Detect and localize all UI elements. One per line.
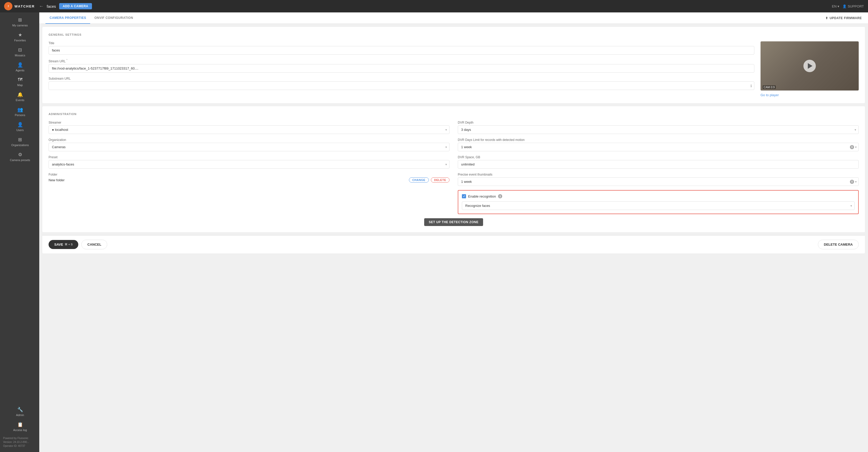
dvr-depth-select[interactable]: 3 days 1 day 1 week (458, 125, 859, 134)
administration-section: ADMINISTRATION Streamer ● localhost DVR … (42, 106, 865, 232)
sidebar-item-label: Users (16, 129, 24, 132)
precise-thumbnails-icons: ℹ ▾ (850, 180, 857, 184)
tab-camera-properties[interactable]: CAMERA PROPERTIES (45, 12, 90, 24)
dvr-depth-group: DVR Depth 3 days 1 day 1 week (458, 121, 859, 134)
recognition-box: Enable recognition ℹ Recognize faces Rec… (458, 190, 859, 214)
recognition-info-icon[interactable]: ℹ (498, 194, 502, 198)
map-icon: 🗺 (18, 77, 23, 83)
admin-grid: Streamer ● localhost DVR Depth 3 days 1 … (49, 121, 859, 214)
play-button[interactable] (803, 60, 816, 72)
change-folder-button[interactable]: CHANGE (409, 177, 429, 182)
logo-text: WATCHER (14, 4, 35, 8)
cancel-button[interactable]: CANCEL (82, 240, 107, 249)
precise-thumbnails-select[interactable]: 1 week 3 days 2 weeks (458, 177, 859, 186)
precise-thumbnails-label: Precise event thumbnails (458, 173, 859, 176)
detection-zone-container: SET UP THE DETECTION ZONE (49, 218, 859, 226)
persons-icon: 👥 (17, 107, 23, 112)
sidebar-item-label: Organizations (11, 143, 29, 147)
support-link[interactable]: 👤 SUPPORT (842, 4, 864, 8)
delete-camera-button[interactable]: DELETE CAMERA (818, 240, 859, 249)
general-settings-left: Title Stream URL * Substream URL (49, 41, 754, 97)
events-icon: 🔔 (17, 92, 23, 97)
sidebar-item-label: My cameras (12, 24, 28, 27)
save-button[interactable]: SAVE ⌘ + S (49, 240, 78, 249)
preset-select[interactable]: analytics-faces default (49, 160, 450, 169)
folder-row: New folder CHANGE DELETE (49, 177, 450, 182)
dvr-depth-label: DVR Depth (458, 121, 859, 124)
sidebar-item-label: Camera presets (10, 159, 30, 162)
general-settings-section: GENERAL SETTINGS Title Stream URL * (42, 27, 865, 103)
substream-info-icon[interactable]: ℹ (750, 84, 752, 88)
sidebar-item-events[interactable]: 🔔 Events (0, 89, 39, 104)
sidebar-item-agents[interactable]: 👤 Agents (0, 59, 39, 75)
organization-select[interactable]: Cameras Default (49, 143, 450, 151)
sidebar-item-users[interactable]: 👤 Users (0, 119, 39, 134)
sidebar-item-label: Favorites (14, 39, 26, 42)
tab-actions: ⬆ UPDATE FIRMWARE (826, 16, 862, 20)
update-firmware-button[interactable]: ⬆ UPDATE FIRMWARE (826, 16, 862, 20)
sidebar-item-camera-presets[interactable]: ⚙ Camera presets (0, 149, 39, 164)
save-shortcut: ⌘ + S (65, 243, 72, 246)
sidebar-item-persons[interactable]: 👥 Persons (0, 104, 39, 119)
agents-icon: 👤 (17, 62, 23, 68)
substream-url-input-wrap: ℹ (49, 81, 754, 90)
detection-zone-button[interactable]: SET UP THE DETECTION ZONE (424, 218, 483, 226)
precise-thumbnails-info-icon[interactable]: ℹ (850, 180, 854, 184)
recognize-faces-select-wrap: Recognize faces Recognize objects (462, 201, 855, 210)
sidebar-item-label: Agents (16, 69, 24, 72)
sidebar-item-access-log[interactable]: 📋 Access log (0, 419, 39, 434)
topnav-right: EN ▾ 👤 SUPPORT (832, 4, 864, 8)
users-icon: 👤 (17, 122, 23, 128)
dvr-space-input[interactable] (458, 160, 859, 169)
dvr-days-info-icon[interactable]: ℹ (850, 145, 854, 149)
enable-recognition-label: Enable recognition (468, 194, 496, 198)
streamer-select[interactable]: ● localhost (49, 125, 450, 134)
main-layout: ⊞ My cameras ★ Favorites ⊟ Mosaics 👤 Age… (0, 12, 868, 452)
sidebar-item-mosaics[interactable]: ⊟ Mosaics (0, 45, 39, 59)
general-settings-title: GENERAL SETTINGS (49, 33, 859, 36)
sidebar-item-map[interactable]: 🗺 Map (0, 75, 39, 89)
go-to-player-link[interactable]: Go to player (761, 93, 859, 97)
mosaics-icon: ⊟ (18, 47, 22, 53)
stream-url-input[interactable] (49, 64, 754, 73)
organization-label: Organization (49, 138, 450, 142)
sidebar-item-my-cameras[interactable]: ⊞ My cameras (0, 15, 39, 29)
cam-label: CAM 0:9 (763, 85, 776, 89)
logo-icon: f (4, 2, 12, 10)
enable-recognition-checkbox[interactable] (462, 194, 466, 198)
administration-title: ADMINISTRATION (49, 112, 859, 116)
streamer-group: Streamer ● localhost (49, 121, 450, 134)
dvr-space-label: DVR Space, GB (458, 156, 859, 159)
dvr-days-limit-select[interactable]: 1 week 3 days 2 weeks (458, 143, 859, 151)
title-label: Title (49, 41, 754, 45)
precise-thumbnails-group: Precise event thumbnails 1 week 3 days 2… (458, 173, 859, 186)
substream-url-input[interactable] (49, 81, 754, 90)
version-info: Powered by Flussonic Version: 24.10.2-89… (0, 434, 39, 450)
video-preview: CAM 0:9 (761, 41, 859, 90)
dvr-depth-select-wrap: 3 days 1 day 1 week (458, 125, 859, 134)
sidebar-item-label: Persons (15, 114, 25, 117)
favorites-icon: ★ (18, 32, 22, 38)
organization-select-wrap: Cameras Default (49, 143, 450, 151)
sidebar-item-label: Admin (16, 414, 24, 417)
tab-onvif-configuration[interactable]: ONVIF CONFIGURATION (90, 12, 137, 24)
general-settings-right: CAM 0:9 Go to player (761, 41, 859, 97)
top-navigation: f WATCHER ← faces ADD A CAMERA EN ▾ 👤 SU… (0, 0, 868, 12)
sidebar-item-label: Mosaics (15, 54, 25, 57)
access-log-icon: 📋 (17, 422, 23, 427)
back-button[interactable]: ← (39, 4, 44, 9)
sidebar-item-admin[interactable]: 🔧 Admin (0, 404, 39, 419)
sidebar-item-organizations[interactable]: ⊞ Organizations (0, 134, 39, 149)
precise-thumbnails-select-wrap: 1 week 3 days 2 weeks ℹ ▾ (458, 177, 859, 186)
delete-folder-button[interactable]: DELETE (431, 177, 450, 182)
sidebar-item-favorites[interactable]: ★ Favorites (0, 29, 39, 45)
recognize-faces-select[interactable]: Recognize faces Recognize objects (462, 201, 855, 210)
sidebar: ⊞ My cameras ★ Favorites ⊟ Mosaics 👤 Age… (0, 12, 39, 452)
general-settings-form: Title Stream URL * Substream URL (49, 41, 859, 97)
sidebar-item-label: Events (16, 98, 25, 102)
page-title: faces (47, 4, 56, 8)
language-selector[interactable]: EN ▾ (832, 4, 839, 8)
dvr-days-limit-label: DVR Days Limit for records with detected… (458, 138, 859, 142)
title-input[interactable] (49, 46, 754, 55)
add-camera-button[interactable]: ADD A CAMERA (59, 3, 92, 9)
